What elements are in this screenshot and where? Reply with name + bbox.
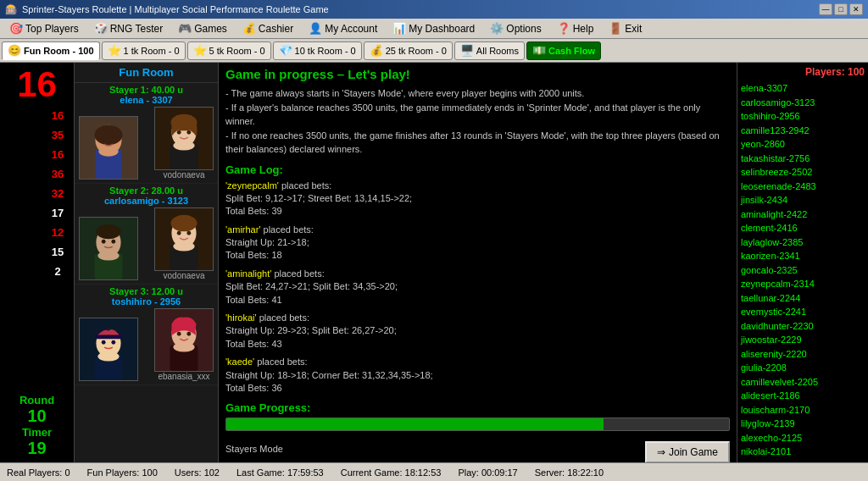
list-item: alidesert-2186 (741, 389, 865, 403)
list-item: takashistar-2756 (741, 152, 865, 166)
stayer3-avatars: ebanasia_xxx (79, 307, 214, 383)
menu-options[interactable]: ⚙️ Options (482, 20, 548, 37)
rule-3: - If no one reaches 3500 units, the game… (225, 129, 730, 157)
list-item: aliserenity-2220 (741, 347, 865, 362)
users-label: Users: (175, 467, 204, 478)
fun-players-label: Fun Players: (87, 467, 142, 478)
25tk-icon: 💰 (370, 44, 383, 57)
app-icon: 🎰 (5, 3, 18, 15)
tab-25tk-room[interactable]: 💰 25 tk Room - 0 (364, 41, 453, 60)
app-title: Sprinter-Stayers Roulette | Multiplayer … (22, 4, 819, 14)
svg-point-13 (186, 130, 191, 135)
menu-games[interactable]: 🎮 Games (170, 20, 235, 37)
player-entry-1: Stayer 1: 40.00 u elena - 3307 (75, 83, 218, 184)
timer-label: Timer (19, 426, 54, 439)
list-item: davidhunter-2230 (741, 319, 865, 334)
player-entry-2: Stayer 2: 28.00 u carlosamigo - 3123 (75, 184, 218, 285)
25tk-label: 25 tk Room - 0 (386, 46, 447, 56)
list-item: taellunar-2244 (741, 291, 865, 306)
avatar-vodonaeva-1 (154, 107, 214, 170)
players-panel: Fun Room Stayer 1: 40.00 u elena - 3307 (75, 63, 219, 462)
stayer2-balance: Stayer 2: 28.00 u (79, 185, 214, 196)
avatar-vodonaeva-2 (154, 207, 214, 271)
list-item: nikolai-2101 (741, 445, 865, 459)
recent-num-5: 32 (46, 185, 70, 202)
tab-cash-flow[interactable]: 💵 Cash Flow (526, 41, 601, 60)
players-count-title: Players: 100 (741, 66, 865, 78)
10tk-label: 10 tk Room - 0 (295, 46, 356, 56)
avatar-ebanasia (154, 308, 214, 372)
join-arrow-icon: ⇒ (657, 446, 665, 458)
menu-rng-tester[interactable]: 🎲 RNG Tester (86, 20, 170, 37)
server-label: Server: (535, 467, 568, 478)
last-game-label: Last Game: (236, 467, 287, 478)
stayer3-name: toshihiro - 2956 (79, 296, 214, 307)
recent-num-9: 2 (46, 263, 70, 279)
list-item: alexecho-2125 (741, 431, 865, 445)
svg-point-5 (102, 137, 106, 141)
rng-icon: 🎲 (94, 22, 108, 35)
game-log-title: Game Log: (225, 163, 730, 176)
menu-dashboard-label: My Dashboard (409, 23, 475, 35)
menu-dashboard[interactable]: 📊 My Dashboard (385, 20, 482, 37)
list-item: zeynepcalm-2314 (741, 277, 865, 291)
svg-point-26 (177, 231, 181, 235)
real-players-label: Real Players: (7, 467, 64, 478)
help-icon: ❓ (557, 22, 570, 35)
recent-num-6: 17 (46, 204, 70, 221)
statusbar: Real Players: 0 Fun Players: 100 Users: … (0, 462, 868, 481)
users-value: 102 (204, 467, 220, 478)
svg-point-6 (111, 137, 115, 141)
last-game-value: 17:59:53 (287, 467, 324, 478)
fun-players-status: Fun Players: 100 (87, 467, 158, 478)
recent-num-1: 16 (46, 107, 70, 124)
play-value: 00:09:17 (481, 467, 518, 478)
main-area: 16 16 35 16 36 32 17 12 15 2 Round 10 Ti… (0, 63, 868, 462)
users-status: Users: 102 (175, 467, 220, 478)
tab-5tk-room[interactable]: ⭐ 5 tk Room - 0 (187, 41, 271, 60)
tab-fun-room[interactable]: 😊 Fun Room - 100 (2, 41, 100, 60)
menu-games-label: Games (194, 23, 227, 35)
tab-10tk-room[interactable]: 💎 10 tk Room - 0 (273, 41, 362, 60)
rule-2: - If a player's balance reaches 3500 uni… (225, 101, 730, 129)
minimize-button[interactable]: — (819, 3, 832, 15)
list-item: kaorizen-2341 (741, 249, 865, 263)
list-item: selinbreeze-2502 (741, 165, 865, 180)
recent-numbers: 16 35 16 36 32 17 12 15 2 (0, 107, 74, 390)
menu-account[interactable]: 👤 My Account (301, 20, 385, 37)
list-item: yeon-2860 (741, 137, 865, 152)
stayer1-avatars: vodonaeva (79, 105, 214, 181)
close-button[interactable]: ✕ (849, 3, 863, 15)
progress-row (225, 417, 730, 431)
log-entry-4: 'hirokai' placed bets: Straight Up: 29->… (225, 312, 730, 351)
titlebar: 🎰 Sprinter-Stayers Roulette | Multiplaye… (0, 0, 868, 19)
svg-point-4 (98, 147, 118, 157)
menu-cashier[interactable]: 💰 Cashier (235, 20, 301, 37)
list-item: leoserenade-2483 (741, 180, 865, 194)
real-players-value: 0 (64, 467, 70, 478)
top-players-icon: 🎯 (9, 22, 23, 35)
list-item: aminalight-2422 (741, 207, 865, 222)
svg-point-12 (177, 130, 181, 135)
list-item: camillevelvet-2205 (741, 375, 865, 390)
svg-point-2 (94, 125, 122, 145)
avatar-elena (79, 116, 138, 180)
menu-exit[interactable]: 🚪 Exit (601, 20, 649, 37)
svg-point-18 (97, 251, 119, 261)
maximize-button[interactable]: □ (834, 3, 848, 15)
timer-value: 19 (19, 439, 54, 458)
stayer3-balance: Stayer 3: 12.00 u (79, 286, 214, 296)
svg-point-23 (170, 215, 197, 231)
join-game-button[interactable]: ⇒ Join Game (645, 441, 730, 462)
fun-players-value: 100 (142, 467, 157, 478)
menu-top-players[interactable]: 🎯 Top Players (2, 20, 86, 37)
svg-point-19 (102, 240, 106, 244)
game-title: Game in progress – Let's play! (225, 67, 730, 81)
tab-all-rooms[interactable]: 🖥️ All Rooms (454, 41, 525, 60)
current-game-value: 18:12:53 (405, 467, 442, 478)
list-item: evemystic-2241 (741, 305, 865, 319)
tab-1tk-room[interactable]: ⭐ 1 tk Room - 0 (102, 41, 186, 60)
list-item: goncalo-2325 (741, 263, 865, 278)
menu-help[interactable]: ❓ Help (549, 20, 602, 37)
fun-room-icon: 😊 (8, 44, 21, 57)
